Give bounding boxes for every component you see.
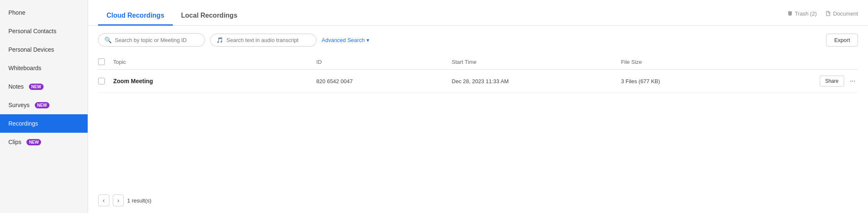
badge-surveys: NEW — [35, 102, 49, 108]
col-header-id: ID — [316, 59, 452, 65]
advanced-search-button[interactable]: Advanced Search ▾ — [322, 37, 369, 43]
sidebar-item-label-notes: Notes — [8, 83, 24, 90]
export-button[interactable]: Export — [826, 34, 858, 47]
tab-cloud[interactable]: Cloud Recordings — [98, 7, 173, 26]
row-id: 820 6542 0047 — [316, 78, 452, 84]
sidebar: PhonePersonal ContactsPersonal DevicesWh… — [0, 0, 88, 213]
audio-search-input[interactable] — [226, 37, 310, 43]
header-actions: Trash (2) Document — [787, 11, 858, 22]
search-bar: 🔍 🎵 Advanced Search ▾ Export — [88, 26, 868, 54]
next-page-button[interactable]: › — [113, 195, 124, 206]
document-button[interactable]: Document — [825, 11, 858, 17]
trash-label: Trash (2) — [795, 11, 817, 17]
tabs-bar: Cloud RecordingsLocal Recordings Trash (… — [88, 0, 868, 26]
prev-page-button[interactable]: ‹ — [98, 195, 109, 206]
row-actions: Share ··· — [820, 76, 858, 87]
trash-icon — [787, 11, 793, 16]
audio-search-icon: 🎵 — [216, 37, 223, 43]
sidebar-item-label-clips: Clips — [8, 139, 21, 145]
row-file-size: 3 Files (677 KB) — [621, 78, 756, 84]
share-button[interactable]: Share — [820, 76, 844, 87]
row-checkbox[interactable] — [98, 78, 105, 84]
document-icon — [825, 11, 831, 16]
trash-button[interactable]: Trash (2) — [787, 11, 817, 17]
table-row: Zoom Meeting 820 6542 0047 Dec 28, 2023 … — [98, 70, 858, 93]
more-options-button[interactable]: ··· — [847, 76, 858, 87]
audio-search-wrap: 🎵 — [210, 34, 317, 47]
sidebar-item-clips[interactable]: ClipsNEW — [0, 133, 88, 151]
sidebar-item-phone[interactable]: Phone — [0, 3, 88, 22]
main-content: Cloud RecordingsLocal Recordings Trash (… — [88, 0, 868, 213]
select-all-checkbox[interactable] — [98, 58, 105, 65]
sidebar-item-label-personal-contacts: Personal Contacts — [8, 28, 56, 34]
sidebar-item-label-phone: Phone — [8, 9, 25, 16]
sidebar-item-personal-devices[interactable]: Personal Devices — [0, 40, 88, 59]
tab-local[interactable]: Local Recordings — [173, 7, 246, 26]
col-header-file-size: File Size — [621, 59, 756, 65]
col-header-start-time: Start Time — [452, 59, 621, 65]
col-header-topic: Topic — [113, 59, 316, 65]
sidebar-item-label-recordings: Recordings — [8, 120, 38, 127]
row-topic: Zoom Meeting — [113, 78, 316, 84]
sidebar-item-label-whiteboards: Whiteboards — [8, 65, 42, 71]
topic-search-icon: 🔍 — [104, 37, 112, 43]
sidebar-item-notes[interactable]: NotesNEW — [0, 77, 88, 96]
sidebar-item-recordings[interactable]: Recordings — [0, 114, 88, 133]
sidebar-item-label-personal-devices: Personal Devices — [8, 46, 54, 53]
row-start-time: Dec 28, 2023 11:33 AM — [452, 78, 621, 84]
topic-search-input[interactable] — [115, 37, 199, 43]
badge-clips: NEW — [26, 139, 41, 145]
sidebar-item-label-surveys: Surveys — [8, 102, 30, 108]
pagination: ‹ › 1 result(s) — [88, 188, 868, 213]
topic-search-wrap: 🔍 — [98, 33, 205, 47]
table-rows: Zoom Meeting 820 6542 0047 Dec 28, 2023 … — [98, 70, 858, 93]
sidebar-item-surveys[interactable]: SurveysNEW — [0, 96, 88, 114]
sidebar-item-whiteboards[interactable]: Whiteboards — [0, 59, 88, 77]
table-header: Topic ID Start Time File Size — [98, 54, 858, 70]
results-count: 1 result(s) — [127, 197, 151, 204]
badge-notes: NEW — [29, 84, 44, 90]
tabs-left: Cloud RecordingsLocal Recordings — [98, 7, 246, 25]
recordings-table: Topic ID Start Time File Size Zoom Meeti… — [88, 54, 868, 188]
document-label: Document — [833, 11, 858, 17]
chevron-down-icon: ▾ — [366, 37, 369, 43]
sidebar-item-personal-contacts[interactable]: Personal Contacts — [0, 22, 88, 40]
